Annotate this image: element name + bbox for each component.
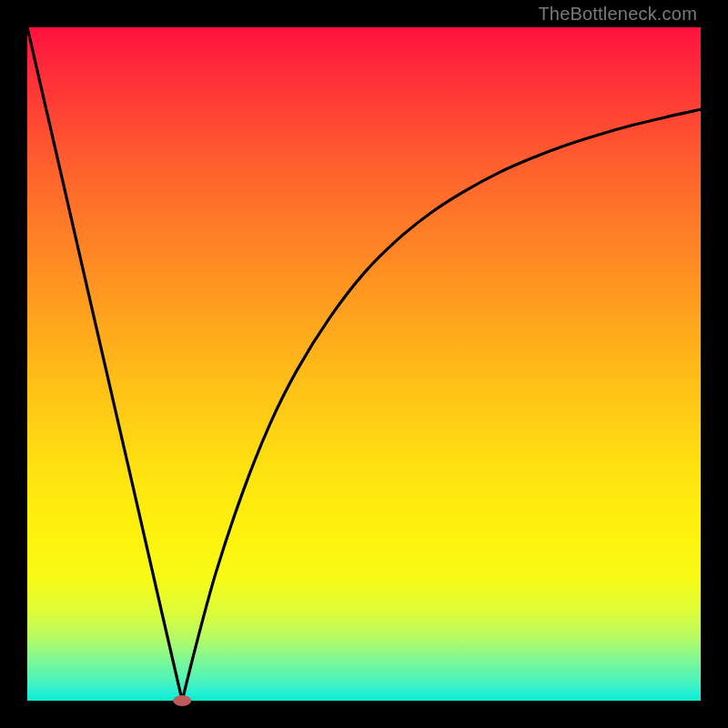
chart-frame: TheBottleneck.com	[0, 0, 728, 728]
curve-right-branch	[182, 109, 701, 701]
curve-left-branch	[27, 27, 182, 701]
curve-layer	[27, 27, 701, 701]
plot-area	[27, 27, 701, 701]
watermark-text: TheBottleneck.com	[538, 4, 697, 25]
vertex-marker	[173, 695, 191, 706]
